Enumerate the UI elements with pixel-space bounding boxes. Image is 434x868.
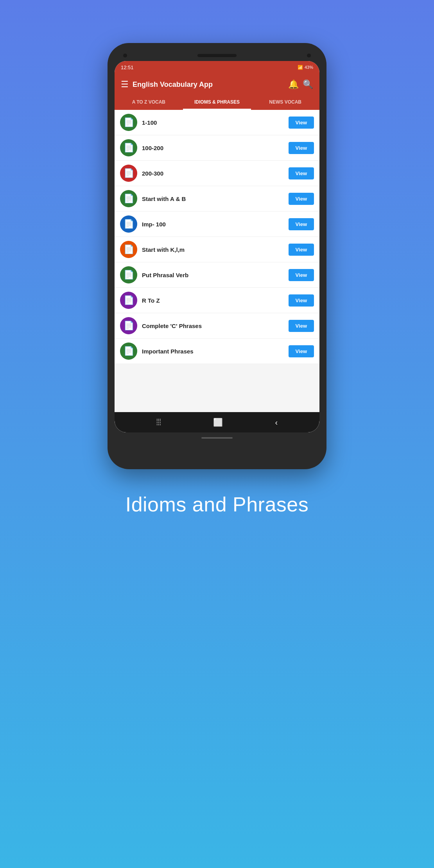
item-icon-circle: 📄 (120, 343, 137, 360)
item-label: Complete 'C' Phrases (142, 323, 284, 329)
home-icon[interactable]: ⬜ (213, 418, 223, 427)
view-button[interactable]: View (289, 142, 314, 154)
tab-idioms[interactable]: IDIOMS & PHRASES (183, 95, 251, 110)
recent-apps-icon[interactable]: ⦙⦙⦙ (156, 418, 161, 427)
bottom-nav: ⦙⦙⦙ ⬜ ‹ (115, 412, 319, 432)
item-label: R To Z (142, 297, 284, 304)
phone-bottom (115, 432, 319, 443)
view-button[interactable]: View (289, 244, 314, 256)
item-icon-circle: 📄 (120, 317, 137, 334)
view-button[interactable]: View (289, 320, 314, 332)
doc-icon: 📄 (124, 143, 134, 153)
doc-icon: 📄 (124, 194, 134, 204)
view-button[interactable]: View (289, 193, 314, 205)
list-item: 📄R To ZView (115, 288, 319, 313)
list-item: 📄Start with A & BView (115, 186, 319, 212)
item-label: Start with K,l,m (142, 246, 284, 253)
status-bar: 12:51 📶 43% (115, 61, 319, 74)
battery-text: 43% (305, 65, 313, 70)
item-icon-circle: 📄 (120, 241, 137, 258)
menu-icon[interactable]: ☰ (121, 79, 129, 90)
item-label: Start with A & B (142, 195, 284, 202)
item-label: Imp- 100 (142, 221, 284, 228)
doc-icon: 📄 (124, 346, 134, 356)
doc-icon: 📄 (124, 321, 134, 331)
item-icon-circle: 📄 (120, 266, 137, 283)
camera-left (123, 54, 127, 57)
status-icons: 📶 43% (298, 65, 313, 70)
doc-icon: 📄 (124, 295, 134, 305)
back-icon[interactable]: ‹ (275, 418, 278, 427)
status-time: 12:51 (121, 65, 134, 70)
view-button[interactable]: View (289, 218, 314, 230)
item-icon-circle: 📄 (120, 139, 137, 156)
doc-icon: 📄 (124, 168, 134, 178)
list-item: 📄1-100View (115, 110, 319, 135)
item-icon-circle: 📄 (120, 292, 137, 309)
item-label: Important Phrases (142, 348, 284, 355)
search-icon[interactable]: 🔍 (303, 79, 313, 90)
camera-right (307, 54, 311, 57)
item-icon-circle: 📄 (120, 114, 137, 131)
phone-speaker (197, 54, 237, 57)
network-icon: 📶 (298, 65, 303, 70)
bell-icon[interactable]: 🔔 (288, 79, 299, 90)
view-button[interactable]: View (289, 294, 314, 307)
list-item: 📄Put Phrasal VerbView (115, 262, 319, 288)
view-button[interactable]: View (289, 167, 314, 179)
item-label: Put Phrasal Verb (142, 272, 284, 278)
tab-bar: A TO Z VOCAB IDIOMS & PHRASES NEWS VOCAB (115, 95, 319, 110)
doc-icon: 📄 (124, 219, 134, 229)
tab-news[interactable]: NEWS VOCAB (251, 95, 319, 110)
app-bar: ☰ English Vocabulary App 🔔 🔍 (115, 74, 319, 95)
app-title: English Vocabulary App (133, 81, 284, 89)
view-button[interactable]: View (289, 117, 314, 129)
list-item: 📄Complete 'C' PhrasesView (115, 313, 319, 339)
list-container: 📄1-100View📄100-200View📄200-300View📄Start… (115, 110, 319, 412)
item-label: 200-300 (142, 170, 284, 177)
item-icon-circle: 📄 (120, 165, 137, 182)
phone-shell: 12:51 📶 43% ☰ English Vocabulary App 🔔 🔍… (108, 43, 326, 469)
view-button[interactable]: View (289, 269, 314, 281)
bottom-label: Idioms and Phrases (126, 493, 309, 516)
list-item: 📄100-200View (115, 135, 319, 161)
doc-icon: 📄 (124, 117, 134, 127)
item-icon-circle: 📄 (120, 190, 137, 207)
list-item: 📄Start with K,l,mView (115, 237, 319, 262)
list-item: 📄200-300View (115, 161, 319, 186)
list-item: 📄Imp- 100View (115, 212, 319, 237)
doc-icon: 📄 (124, 244, 134, 255)
list-item: 📄Important PhrasesView (115, 339, 319, 364)
phone-screen: 12:51 📶 43% ☰ English Vocabulary App 🔔 🔍… (115, 61, 319, 432)
tab-a-to-z[interactable]: A TO Z VOCAB (115, 95, 183, 110)
phone-notch (115, 50, 319, 61)
item-label: 1-100 (142, 119, 284, 126)
item-label: 100-200 (142, 145, 284, 151)
view-button[interactable]: View (289, 345, 314, 357)
doc-icon: 📄 (124, 270, 134, 280)
home-indicator (201, 437, 233, 439)
item-icon-circle: 📄 (120, 215, 137, 233)
